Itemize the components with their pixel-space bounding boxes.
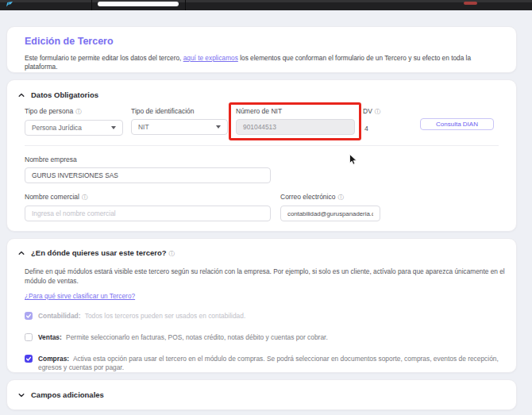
commercial-email-row: Nombre comercialⓘ Correo electrónicoⓘ xyxy=(25,193,516,221)
datos-obligatorios-header[interactable]: Datos Obligatorios xyxy=(7,80,516,99)
tipo-identificacion-select[interactable]: NIT xyxy=(131,119,228,135)
correo-input[interactable] xyxy=(280,206,380,221)
info-icon[interactable]: ⓘ xyxy=(75,108,82,115)
browser-tab-pill[interactable] xyxy=(98,2,179,6)
tipo-identificacion-value: NIT xyxy=(138,123,149,131)
chevron-down-icon xyxy=(216,125,221,129)
usage-option-description: Todos los terceros pueden ser usados en … xyxy=(83,312,246,320)
datos-obligatorios-card: Datos Obligatorios Tipo de personaⓘ Pers… xyxy=(6,79,517,232)
usage-option-label: Ventas: xyxy=(38,333,62,341)
chevron-down-icon xyxy=(18,392,25,398)
intro-card: Edición de Tercero Este formulario te pe… xyxy=(6,26,517,73)
correo-label: Correo electrónicoⓘ xyxy=(280,193,380,202)
uso-tercero-header[interactable]: ¿En dónde quieres usar este tercero?ⓘ xyxy=(18,248,505,258)
tab-strip xyxy=(0,0,532,2)
check-icon xyxy=(25,313,32,319)
numero-nit-label: Número de NIT xyxy=(236,107,355,115)
numero-nit-input xyxy=(236,119,355,135)
usage-option-row: Contabilidad: Todos los terceros pueden … xyxy=(25,312,505,321)
check-icon xyxy=(25,355,32,362)
nombre-empresa-label: Nombre empresa xyxy=(25,156,271,163)
uso-tercero-description: Define en qué módulos estará visible est… xyxy=(25,267,505,286)
datos-obligatorios-title: Datos Obligatorios xyxy=(31,90,98,99)
nombre-empresa-input[interactable] xyxy=(25,167,271,183)
tipo-persona-label: Tipo de personaⓘ xyxy=(25,107,123,116)
checkbox[interactable] xyxy=(25,355,33,363)
usage-option-label: Compras: xyxy=(38,355,69,363)
checkbox[interactable] xyxy=(25,312,33,320)
page-body: Edición de Tercero Este formulario te pe… xyxy=(0,10,532,415)
recording-indicator xyxy=(464,2,477,5)
usage-option-text: Compras: Activa esta opción para usar el… xyxy=(38,355,505,372)
clasificar-tercero-link[interactable]: ¿Para qué sirve clasificar un Tercero? xyxy=(25,292,135,300)
tipo-persona-value: Persona Jurídica xyxy=(32,124,82,132)
page-title: Edición de Tercero xyxy=(25,36,505,47)
intro-before: Este formulario te permite editar los da… xyxy=(25,54,183,62)
browser-topbar xyxy=(0,0,532,10)
chevron-up-icon xyxy=(18,92,25,98)
uso-tercero-title: ¿En dónde quieres usar este tercero?ⓘ xyxy=(31,248,175,258)
info-icon[interactable]: ⓘ xyxy=(337,194,344,201)
tipo-identificacion-label: Tipo de identificación xyxy=(131,107,228,115)
intro-explain-link[interactable]: aquí te explicamos xyxy=(183,54,238,62)
info-icon[interactable]: ⓘ xyxy=(82,194,88,201)
campos-adicionales-header[interactable]: Campos adicionales xyxy=(18,390,104,399)
tab-separator xyxy=(185,0,186,10)
intro-text: Este formulario te permite editar los da… xyxy=(25,54,505,71)
usage-option-label: Contabilidad: xyxy=(38,312,81,320)
usage-option-description: Permite seleccionarlo en facturas, POS, … xyxy=(64,333,328,341)
info-icon[interactable]: ⓘ xyxy=(169,250,175,257)
uso-tercero-card: ¿En dónde quieres usar este tercero?ⓘ De… xyxy=(6,238,517,373)
tipo-persona-select[interactable]: Persona Jurídica xyxy=(25,120,123,136)
usage-option-row: Ventas: Permite seleccionarlo en factura… xyxy=(25,333,505,342)
section-divider xyxy=(25,145,499,146)
favicon-flag-icon xyxy=(6,2,13,7)
identification-fields-row: Tipo de personaⓘ Persona Jurídica Tipo d… xyxy=(25,107,516,136)
info-icon[interactable]: ⓘ xyxy=(375,108,381,115)
dv-value: 4 xyxy=(363,125,384,133)
nombre-comercial-label: Nombre comercialⓘ xyxy=(25,193,271,202)
usage-option-text: Ventas: Permite seleccionarlo en factura… xyxy=(38,333,328,342)
usage-option-text: Contabilidad: Todos los terceros pueden … xyxy=(38,312,245,321)
tab-separator xyxy=(91,0,92,10)
chevron-up-icon xyxy=(18,250,25,256)
usage-option-description: Activa esta opción para usar el tercero … xyxy=(38,355,499,371)
consulta-dian-button[interactable]: Consulta DIAN xyxy=(420,118,494,130)
company-name-row: Nombre empresa xyxy=(25,156,516,183)
usage-option-row: Compras: Activa esta opción para usar el… xyxy=(25,355,505,372)
chevron-down-icon xyxy=(111,126,116,129)
campos-adicionales-card: Campos adicionales xyxy=(6,379,517,410)
dv-label: DVⓘ xyxy=(363,107,384,116)
campos-adicionales-title: Campos adicionales xyxy=(31,390,104,399)
checkbox[interactable] xyxy=(25,333,33,341)
nombre-comercial-input[interactable] xyxy=(25,206,271,221)
